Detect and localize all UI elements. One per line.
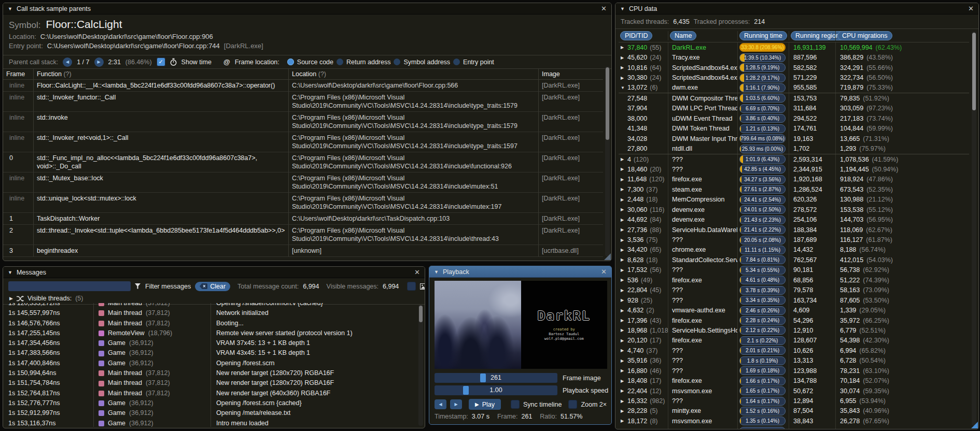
- cpu-table-row[interactable]: ▶11,648(120)firefox.exe34.27 s (3.56%)1,…: [619, 175, 969, 184]
- collapse-arrow-icon[interactable]: ▼: [621, 85, 627, 90]
- cpu-table-row[interactable]: ▶18,968(1,018)ServiceHub.SettingsHost.ex…: [619, 325, 969, 335]
- collapse-icon[interactable]: ▼: [8, 6, 12, 11]
- radio-icon[interactable]: [394, 59, 400, 65]
- clear-button[interactable]: Clear: [195, 282, 230, 291]
- resize-grip[interactable]: [971, 422, 978, 428]
- callstack-table-row[interactable]: inlinestd::_Invoker_functor::_CallC:\Pro…: [3, 92, 603, 112]
- cpu-table-row[interactable]: ▶16,332(982)???1.64 s (0.17%)12,8946,955…: [619, 396, 969, 406]
- playback-speed-slider[interactable]: 1.00: [435, 385, 557, 395]
- callstack-table-row[interactable]: inlinestd::invokeC:\Program Files (x86)\…: [3, 112, 603, 132]
- cpu-table-row-partial[interactable]: [619, 426, 969, 429]
- message-row[interactable]: 1s 147,383,566nsGame(36,912)VRAM 43x45: …: [3, 348, 417, 358]
- sync-timeline-checkbox[interactable]: [511, 400, 520, 409]
- cpu-table-row[interactable]: 37,904DWM LPC Port Thread6.69 s (0.70%)3…: [619, 104, 969, 113]
- message-row[interactable]: 1s 151,754,784nsMain thread(37,812)New r…: [3, 378, 417, 388]
- callstack-table-row[interactable]: inlinestd::unique_lock<std::mutex>::lock…: [3, 193, 603, 213]
- cpu-table-row[interactable]: ▶22,804(45)???3.78 s (0.39%)79,57858,163…: [619, 285, 969, 295]
- expand-arrow-icon[interactable]: ▶: [621, 55, 627, 60]
- close-icon[interactable]: ✕: [414, 269, 420, 276]
- expand-arrow-icon[interactable]: ▶: [621, 187, 627, 192]
- cpu-table-row[interactable]: ▶34,420(65)chrome.exe11.11 s (1.15%)14,4…: [619, 245, 969, 255]
- cpu-table-row[interactable]: ▶20,120(17)firefox.exe2.1 s (0.22%)128,6…: [619, 336, 969, 346]
- cpu-table-row[interactable]: ▶3,536(75)???20.05 s (2.08%)187,689116,1…: [619, 235, 969, 245]
- expand-arrow-icon[interactable]: ▶: [621, 76, 627, 80]
- message-row[interactable]: 1s 152,764,817nsMain thread(37,812)New r…: [3, 389, 417, 398]
- cpu-table-row[interactable]: ▶37,840(55)DarkRL.exe33:30.8 (208.96%)16…: [619, 42, 969, 52]
- message-row[interactable]: 1s 147,400,846nsGame(36,912)Opening /for…: [3, 358, 417, 368]
- cpu-table-row[interactable]: 38,000uDWM Event Thread3.86 s (0.40%)294…: [619, 113, 969, 123]
- cpu-data-titlebar[interactable]: ▼ CPU data ✕: [615, 3, 978, 15]
- message-row[interactable]: 1s 147,255,145nsRemoteView(18,796)Remote…: [3, 328, 417, 338]
- expand-arrow-icon[interactable]: ▶: [9, 296, 13, 301]
- collapse-icon[interactable]: ▼: [620, 6, 625, 11]
- filter-input[interactable]: [8, 281, 131, 291]
- message-row[interactable]: 1s 152,912,997nsGame(36,912)Opening /met…: [3, 408, 417, 418]
- radio-option[interactable]: Source code: [287, 59, 333, 66]
- expand-arrow-icon[interactable]: ▶: [621, 167, 627, 171]
- expand-arrow-icon[interactable]: ▶: [621, 268, 627, 272]
- messages-scrollbar[interactable]: [418, 305, 423, 426]
- expand-arrow-icon[interactable]: ▶: [621, 248, 627, 252]
- next-callstack-button[interactable]: ▶: [94, 58, 104, 67]
- cpu-table-row[interactable]: ▶2,448(18)MemCompression24.41 s (2.54%)6…: [619, 195, 969, 205]
- prev-callstack-button[interactable]: ◀: [63, 58, 72, 67]
- close-icon[interactable]: ✕: [601, 268, 607, 275]
- cpu-table-row[interactable]: ▶18,408(17)firefox.exe1.66 s (0.17%)134,…: [619, 376, 969, 385]
- play-button[interactable]: ▶ Play: [469, 399, 501, 410]
- cpu-table-row[interactable]: ▶8,628(18)StandardCollector.Service.e7.8…: [619, 255, 969, 265]
- function-column-header[interactable]: Function (?): [33, 69, 288, 79]
- cpu-table-row[interactable]: 41,348DWM Token Thread1.21 s (0.13%)174,…: [619, 124, 969, 134]
- cpu-table-row[interactable]: 34,028DWM Master Input Thread799.64 ms (…: [619, 134, 969, 143]
- expand-arrow-icon[interactable]: ▶: [621, 318, 627, 323]
- expand-arrow-icon[interactable]: ▶: [621, 389, 627, 393]
- messages-scrollbar-handle[interactable]: [419, 306, 423, 322]
- collapse-icon[interactable]: ▼: [434, 269, 439, 275]
- expand-arrow-icon[interactable]: ▶: [621, 238, 627, 242]
- cpu-table-row[interactable]: ▶4,632(2)vmware-authd.exe2.46 s (0.26%)4…: [619, 305, 969, 315]
- frame-column-header[interactable]: Frame: [3, 69, 33, 79]
- expand-arrow-icon[interactable]: ▶: [621, 328, 627, 333]
- message-row[interactable]: 1s 153,116,37nsGame(36,912)Intro menu lo…: [3, 419, 417, 427]
- expand-arrow-icon[interactable]: ▶: [621, 218, 627, 222]
- cpu-table-row[interactable]: ▶30,060(116)devenv.exe24.01 s (2.50%)278…: [619, 205, 969, 214]
- callstack-scrollbar[interactable]: [605, 66, 610, 256]
- callstack-table-row[interactable]: 0std::_Func_impl_no_alloc<<lambda_5bc224…: [3, 152, 603, 173]
- cpu-scrollbar[interactable]: [972, 32, 976, 426]
- expand-arrow-icon[interactable]: ▶: [621, 409, 627, 413]
- cpu-table-row[interactable]: 27,800ntdll.dll25.93 ms (0.00%)1,7021,29…: [619, 143, 969, 154]
- cpu-table-row[interactable]: ▶4,740(37)???2.01 s (0.21%)10,6266,994(6…: [619, 346, 969, 355]
- radio-option[interactable]: Return address: [337, 59, 390, 66]
- message-row[interactable]: 1s 152,776,777nsGame(36,912)Opening /for…: [3, 398, 417, 408]
- expand-arrow-icon[interactable]: ▶: [621, 197, 627, 202]
- zoom-2x-checkbox[interactable]: [568, 400, 577, 409]
- messages-titlebar[interactable]: ▼ Messages ✕: [3, 267, 425, 278]
- callstack-table-row[interactable]: inlineFloor::CalcLight::__l4::<lambda_5b…: [3, 80, 603, 92]
- cpu-table-row[interactable]: ▶35,916(36)???1.8 s (0.19%)13,3136,728(5…: [619, 356, 969, 366]
- prev-frame-button[interactable]: ◀: [435, 399, 446, 409]
- callstack-titlebar[interactable]: ▼ Call stack sample parents ✕: [3, 3, 611, 15]
- cpu-scrollbar-handle[interactable]: [972, 33, 976, 110]
- message-row[interactable]: 1s 145,557,997nsMain thread(37,812)Netwo…: [3, 308, 417, 318]
- callstack-scrollbar-handle[interactable]: [606, 67, 609, 140]
- callstack-table-row[interactable]: 1TaskDispatch::WorkerC:\Users\wolf\Deskt…: [3, 213, 603, 225]
- callstack-table-row[interactable]: inlinestd::_Mutex_base::lockC:\Program F…: [3, 173, 603, 193]
- cpu-table-row[interactable]: ▶4(120)???1:01.9 (6.43%)2,593,3141,078,5…: [619, 154, 969, 164]
- callstack-table-row[interactable]: 3beginthreadex[unknown][ucrtbase.dll]: [3, 245, 603, 257]
- cpu-table-row[interactable]: ▶10,816(64)ScriptedSandbox64.exe1:28.5 (…: [619, 63, 969, 73]
- radio-icon[interactable]: [287, 59, 294, 65]
- show-images-checkbox[interactable]: [407, 282, 416, 291]
- cpu-table-row[interactable]: ▶17,532(56)???5.34 s (0.55%)90,18156,738…: [619, 265, 969, 275]
- expand-arrow-icon[interactable]: ▶: [621, 358, 627, 363]
- cpu-table-row[interactable]: ▶17,396(43)firefox.exe2.28 s (0.24%)54,2…: [619, 315, 969, 325]
- cpu-table-row[interactable]: ▶30,380(24)ScriptedSandbox64.exe1:28.2 (…: [619, 73, 969, 82]
- resize-grip[interactable]: [604, 253, 611, 260]
- help-icon[interactable]: (?): [63, 70, 71, 78]
- callstack-table-row[interactable]: 2std::thread::_Invoke<std::tuple<<lambda…: [3, 225, 603, 245]
- playback-titlebar[interactable]: ▼ Playback ✕: [429, 266, 611, 278]
- next-frame-button[interactable]: ▶: [450, 399, 462, 409]
- message-row[interactable]: 1s 150,994,64nsMain thread(37,812)New re…: [3, 368, 417, 378]
- radio-icon[interactable]: [337, 59, 343, 65]
- cpu-table-row[interactable]: ▼13,072(6)dwm.exe1:16.1 (7.90%)955,58571…: [619, 83, 969, 93]
- cpu-table-row[interactable]: ▶7,300(37)steam.exe27.61 s (2.87%)1,286,…: [619, 184, 969, 194]
- expand-arrow-icon[interactable]: ▶: [621, 278, 627, 282]
